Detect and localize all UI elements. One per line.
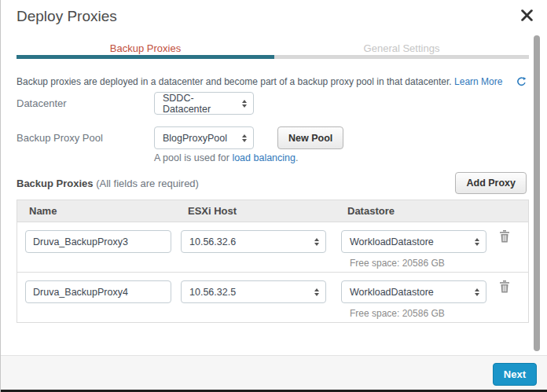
datastore-select-value: WorkloadDatastore xyxy=(350,236,434,247)
backup-proxies-section-title: Backup Proxies (All fields are required) xyxy=(17,178,199,189)
select-stepper-icon xyxy=(242,134,247,142)
refresh-icon[interactable] xyxy=(516,76,527,90)
deploy-proxies-dialog: Deploy Proxies Backup Proxies General Se… xyxy=(0,0,547,392)
esxi-host-select[interactable]: 10.56.32.5 xyxy=(181,280,326,303)
pool-helper-prefix: A pool is used for xyxy=(154,152,232,163)
column-header-name: Name xyxy=(29,205,57,217)
datacenter-select[interactable]: SDDC-Datacenter xyxy=(154,92,254,115)
datacenter-label: Datacenter xyxy=(17,97,67,109)
datastore-select[interactable]: WorkloadDatastore xyxy=(341,230,486,253)
tab-backup-proxies[interactable]: Backup Proxies xyxy=(17,42,274,54)
load-balancing-link[interactable]: load balancing xyxy=(232,152,296,163)
add-proxy-button[interactable]: Add Proxy xyxy=(455,172,527,194)
esxi-host-select[interactable]: 10.56.32.6 xyxy=(181,230,326,253)
tab-general-settings[interactable]: General Settings xyxy=(274,42,529,54)
select-stepper-icon xyxy=(475,238,479,246)
proxy-name-input[interactable] xyxy=(25,280,171,303)
learn-more-link[interactable]: Learn More xyxy=(454,76,502,87)
proxy-pool-select-value: BlogProxyPool xyxy=(163,133,227,144)
pool-helper-suffix: . xyxy=(296,152,298,163)
datastore-select-value: WorkloadDatastore xyxy=(350,287,434,298)
close-icon[interactable] xyxy=(521,9,534,22)
pool-helper-text: A pool is used for load balancing. xyxy=(154,152,298,163)
table-row: 10.56.32.6 WorkloadDatastore Free space:… xyxy=(17,222,528,273)
esxi-host-select-value: 10.56.32.5 xyxy=(189,287,236,298)
free-space-text: Free space: 20586 GB xyxy=(350,308,445,319)
table-header-row: Name ESXi Host Datastore xyxy=(17,200,528,222)
intro-text: Backup proxies are deployed in a datacen… xyxy=(17,76,502,87)
datastore-select[interactable]: WorkloadDatastore xyxy=(341,280,486,303)
select-stepper-icon xyxy=(242,100,247,108)
datacenter-select-value: SDDC-Datacenter xyxy=(163,93,233,115)
intro-description: Backup proxies are deployed in a datacen… xyxy=(17,76,452,87)
proxy-pool-select[interactable]: BlogProxyPool xyxy=(154,126,254,149)
column-header-esxi-host: ESXi Host xyxy=(188,205,237,217)
active-tab-underline xyxy=(17,55,274,59)
proxy-pool-label: Backup Proxy Pool xyxy=(17,132,103,144)
select-stepper-icon xyxy=(475,288,479,296)
next-button[interactable]: Next xyxy=(493,363,537,386)
proxies-table: Name ESXi Host Datastore 10.56.32.6 Work… xyxy=(17,200,529,323)
column-header-datastore: Datastore xyxy=(347,205,395,217)
select-stepper-icon xyxy=(314,238,319,246)
dialog-footer: Next xyxy=(1,355,547,390)
section-title-bold: Backup Proxies xyxy=(17,178,94,189)
delete-row-icon[interactable] xyxy=(499,230,511,244)
new-pool-button[interactable]: New Pool xyxy=(277,126,343,149)
select-stepper-icon xyxy=(314,288,319,296)
proxy-name-input[interactable] xyxy=(25,230,171,253)
dialog-title: Deploy Proxies xyxy=(17,8,117,25)
free-space-text: Free space: 20586 GB xyxy=(350,258,445,269)
table-row: 10.56.32.5 WorkloadDatastore Free space:… xyxy=(17,273,528,322)
delete-row-icon[interactable] xyxy=(499,280,511,294)
section-title-note: (All fields are required) xyxy=(94,178,199,189)
inactive-tab-underline xyxy=(274,55,529,59)
esxi-host-select-value: 10.56.32.6 xyxy=(189,236,236,247)
scrollbar-thumb[interactable] xyxy=(534,35,540,351)
